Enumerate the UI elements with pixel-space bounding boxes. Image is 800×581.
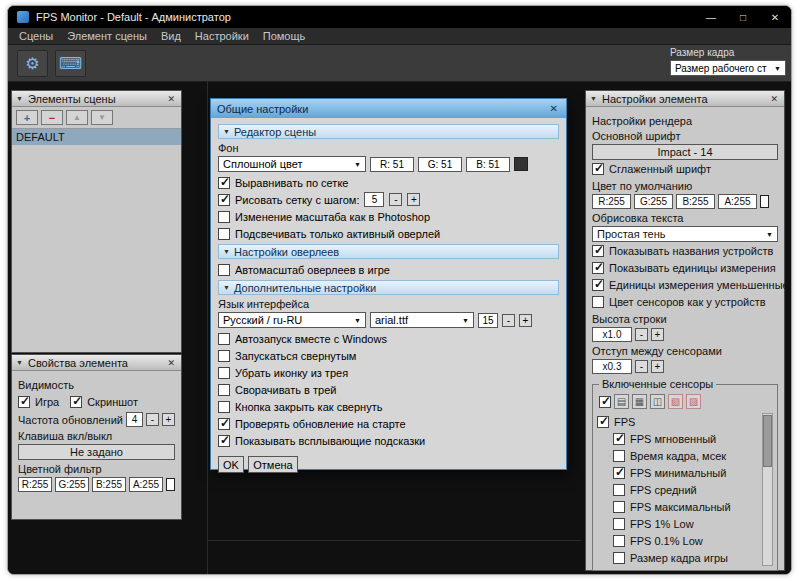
section-additional[interactable]: ▼ Дополнительные настройки (218, 280, 559, 295)
close-icon[interactable]: ✕ (165, 358, 177, 368)
maximize-button[interactable]: □ (727, 6, 759, 28)
grid-step-field[interactable]: 5 (364, 192, 384, 207)
tree-item-fps-max[interactable]: FPS максимальный (597, 498, 760, 515)
update-rate-field[interactable]: 4 (126, 412, 143, 427)
menu-help[interactable]: Помощь (256, 30, 313, 42)
sensor-checkbox[interactable] (613, 467, 625, 479)
section-scene-editor[interactable]: ▼ Редактор сцены (218, 124, 559, 139)
bg-red-field[interactable]: R: 51 (370, 157, 414, 172)
list-view-icon[interactable]: ▤ (614, 394, 629, 409)
default-blue-field[interactable]: B:255 (676, 194, 715, 209)
game-checkbox[interactable] (18, 396, 30, 408)
collapse-icon[interactable]: ▼ (590, 95, 597, 102)
move-down-button[interactable]: ▼ (91, 110, 113, 125)
scene-canvas[interactable]: ▼ Элементы сцены ✕ + − ▲ ▼ DEFAULT ▼ Сво… (8, 82, 791, 574)
line-height-field[interactable]: x1.0 (592, 327, 632, 342)
background-type-select[interactable]: Сплошной цвет ▼ (218, 156, 366, 172)
sensor-gap-decrement-button[interactable]: - (635, 360, 648, 373)
sensors-scrollbar[interactable] (762, 413, 773, 566)
snap-to-grid-checkbox[interactable] (218, 177, 230, 189)
gauge-view-icon[interactable]: ▧ (668, 394, 683, 409)
sensor-gap-increment-button[interactable]: + (651, 360, 664, 373)
small-units-checkbox[interactable] (592, 279, 604, 291)
show-device-names-checkbox[interactable] (592, 245, 604, 257)
autostart-checkbox[interactable] (218, 333, 230, 345)
close-icon[interactable]: ✕ (548, 103, 560, 114)
show-tooltips-checkbox[interactable] (218, 435, 230, 447)
sensor-color-as-device-checkbox[interactable] (592, 296, 604, 308)
bg-blue-field[interactable]: B: 51 (466, 157, 510, 172)
default-green-field[interactable]: G:255 (634, 194, 673, 209)
default-alpha-field[interactable]: A:255 (718, 194, 757, 209)
font-select[interactable]: arial.ttf ▼ (370, 312, 474, 328)
filter-green-field[interactable]: G:255 (55, 477, 89, 492)
ok-button[interactable]: OK (218, 456, 244, 473)
menu-scene-element[interactable]: Элемент сцены (60, 30, 154, 42)
sensor-checkbox[interactable] (597, 416, 609, 428)
collapse-icon[interactable]: ▼ (16, 359, 23, 366)
filter-red-field[interactable]: R:255 (18, 477, 52, 492)
list-item[interactable]: DEFAULT (12, 129, 181, 145)
update-rate-decrement-button[interactable]: - (146, 413, 159, 426)
grid-step-decrement-button[interactable]: - (389, 193, 402, 206)
highlight-active-overlay-checkbox[interactable] (218, 228, 230, 240)
chart-view-icon[interactable]: ▦ (632, 394, 647, 409)
sensor-checkbox[interactable] (613, 450, 625, 462)
screenshot-checkbox[interactable] (70, 396, 82, 408)
minimize-to-tray-checkbox[interactable] (218, 384, 230, 396)
sensor-checkbox[interactable] (613, 501, 625, 513)
tree-item-frame-time[interactable]: Время кадра, мсек (597, 447, 760, 464)
menu-view[interactable]: Вид (154, 30, 188, 42)
tree-item-fps-min[interactable]: FPS минимальный (597, 464, 760, 481)
language-select[interactable]: Русский / ru-RU ▼ (218, 312, 366, 328)
settings-tool-button[interactable]: ⚙ (17, 50, 48, 77)
draw-grid-checkbox[interactable] (218, 194, 230, 206)
text-outline-select[interactable]: Простая тень ▼ (592, 226, 778, 242)
filter-alpha-field[interactable]: A:255 (129, 477, 163, 492)
sensor-checkbox[interactable] (613, 518, 625, 530)
show-units-checkbox[interactable] (592, 262, 604, 274)
default-red-field[interactable]: R:255 (592, 194, 631, 209)
minimize-button[interactable]: — (695, 6, 727, 28)
tree-item-fps-avg[interactable]: FPS средний (597, 481, 760, 498)
tree-item-fps-instant[interactable]: FPS мгновенный (597, 430, 760, 447)
add-element-button[interactable]: + (16, 110, 38, 125)
collapse-icon[interactable]: ▼ (16, 95, 23, 102)
tree-item-fps[interactable]: FPS (597, 413, 760, 430)
sensor-checkbox[interactable] (613, 484, 625, 496)
menu-scenes[interactable]: Сцены (12, 30, 60, 42)
font-size-field[interactable]: 15 (478, 313, 498, 328)
bg-green-field[interactable]: G: 51 (418, 157, 462, 172)
overlay-view-icon[interactable]: ◫ (650, 394, 665, 409)
sensor-checkbox[interactable] (613, 552, 625, 564)
filter-blue-field[interactable]: B:255 (92, 477, 126, 492)
hotkeys-tool-button[interactable]: ⌨ (55, 50, 86, 77)
tree-item-fps-1-low[interactable]: FPS 1% Low (597, 515, 760, 532)
hide-tray-icon-checkbox[interactable] (218, 367, 230, 379)
main-font-button[interactable]: Impact - 14 (592, 144, 778, 160)
alert-view-icon[interactable]: ▨ (686, 394, 701, 409)
close-as-minimize-checkbox[interactable] (218, 401, 230, 413)
grid-step-increment-button[interactable]: + (407, 193, 420, 206)
tree-item-fps-01-low[interactable]: FPS 0.1% Low (597, 532, 760, 549)
move-up-button[interactable]: ▲ (66, 110, 88, 125)
smooth-font-checkbox[interactable] (592, 163, 604, 175)
close-icon[interactable]: ✕ (768, 94, 780, 104)
close-icon[interactable]: ✕ (165, 94, 177, 104)
photoshop-zoom-checkbox[interactable] (218, 211, 230, 223)
font-size-decrement-button[interactable]: - (502, 314, 515, 327)
frame-size-select[interactable]: Размер рабочего ст ▼ (670, 60, 786, 76)
section-overlays[interactable]: ▼ Настройки оверлеев (218, 244, 559, 259)
line-height-increment-button[interactable]: + (651, 328, 664, 341)
select-all-checkbox[interactable] (599, 396, 611, 408)
sensor-checkbox[interactable] (613, 433, 625, 445)
check-updates-checkbox[interactable] (218, 418, 230, 430)
sensor-gap-field[interactable]: x0.3 (592, 359, 632, 374)
overlay-autoscale-checkbox[interactable] (218, 264, 230, 276)
menu-settings[interactable]: Настройки (188, 30, 256, 42)
font-size-increment-button[interactable]: + (519, 314, 532, 327)
hotkey-button[interactable]: Не задано (18, 444, 175, 460)
line-height-decrement-button[interactable]: - (635, 328, 648, 341)
scrollbar-thumb[interactable] (763, 415, 772, 467)
cancel-button[interactable]: Отмена (248, 456, 298, 473)
